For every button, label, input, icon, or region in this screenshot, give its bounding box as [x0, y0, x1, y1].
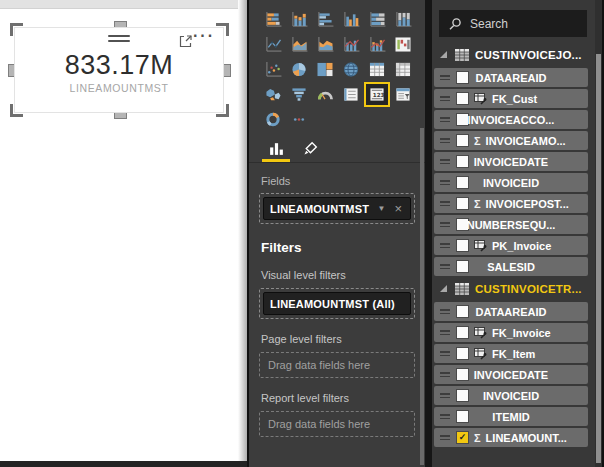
viz-icon-line-and-clustered-column-chart[interactable]: [338, 32, 364, 57]
field-name: DATAAREAID: [434, 306, 588, 318]
field-name: LINEAMOUNT...: [486, 432, 567, 444]
collapse-arrow-icon[interactable]: [440, 51, 447, 58]
viz-icon-scatter-chart[interactable]: [260, 57, 286, 82]
pane-tabs: [249, 135, 425, 163]
chevron-down-icon[interactable]: ▼: [377, 204, 385, 213]
sum-icon: Σ: [474, 198, 481, 210]
remove-field-icon[interactable]: ×: [394, 202, 402, 215]
scrollbar-thumb[interactable]: [420, 128, 424, 465]
filter-chip-body[interactable]: LINEAMOUNTMST (All): [263, 292, 411, 315]
foreign-key-icon: [474, 347, 487, 360]
field-name: INVOICEACCO...: [434, 114, 588, 126]
drag-handle-icon: [440, 136, 450, 145]
field-row[interactable]: INVOICEDATE: [434, 152, 588, 171]
field-pill[interactable]: LINEAMOUNTMST ▼ ×: [263, 197, 411, 220]
field-checkbox[interactable]: ✓: [456, 431, 469, 444]
filter-chip[interactable]: LINEAMOUNTMST (All): [259, 288, 415, 319]
tab-format[interactable]: [293, 135, 327, 162]
field-name: FK_Invoice: [492, 327, 551, 339]
field-row[interactable]: INVOICEDATE: [434, 365, 588, 384]
card-label: LINEAMOUNTMST: [15, 82, 223, 94]
search-box[interactable]: Search: [439, 10, 587, 37]
field-name: ITEMID: [434, 411, 588, 423]
field-row[interactable]: ΣINVOICEPOST...: [434, 194, 588, 213]
viz-icon-line-chart[interactable]: [260, 32, 286, 57]
field-row[interactable]: SALESID: [434, 257, 588, 276]
table-name: CUSTINVOICEJO...: [475, 49, 582, 61]
tab-fields[interactable]: [259, 135, 293, 162]
search-icon: [448, 17, 462, 31]
viz-icon-pie-chart[interactable]: [286, 57, 312, 82]
table-header[interactable]: CUSTINVOICETR...: [438, 279, 604, 299]
viz-icon-more-visuals[interactable]: [286, 107, 312, 132]
field-row[interactable]: INVOICEID: [434, 173, 588, 192]
field-name: PK_Invoice: [492, 240, 551, 252]
scrollbar-thumb[interactable]: [596, 54, 601, 463]
field-row[interactable]: DATAAREAID: [434, 302, 588, 321]
filter-dropzone[interactable]: Drag data fields here: [259, 352, 415, 378]
field-name: DATAAREAID: [434, 72, 588, 84]
viz-icon-waterfall-chart[interactable]: [390, 32, 416, 57]
viz-icon-matrix[interactable]: [390, 57, 416, 82]
active-tab-underline: [262, 159, 290, 162]
field-row[interactable]: INVOICEID: [434, 386, 588, 405]
viz-icon-multi-row-card[interactable]: [338, 82, 364, 107]
report-canvas[interactable]: ··· 833.17M LINEAMOUNTMST: [0, 0, 247, 467]
field-checkbox[interactable]: [456, 326, 469, 339]
field-row[interactable]: FK_Cust: [434, 89, 588, 108]
powerbi-window: ··· 833.17M LINEAMOUNTMST 123 Fields LI: [0, 0, 604, 467]
field-row[interactable]: FK_Item: [434, 344, 588, 363]
viz-icon-stacked-column-chart[interactable]: [286, 7, 312, 32]
field-checkbox[interactable]: [456, 92, 469, 105]
viz-icon-hundred-percent-stacked-bar-chart[interactable]: [364, 7, 390, 32]
field-checkbox[interactable]: [456, 239, 469, 252]
field-checkbox[interactable]: [456, 134, 469, 147]
field-row[interactable]: NUMBERSEQU...: [434, 215, 588, 234]
viz-icon-slicer[interactable]: [390, 82, 416, 107]
viz-icon-table[interactable]: [364, 57, 390, 82]
canvas-top-strip: [0, 0, 247, 9]
viz-icon-stacked-area-chart[interactable]: [312, 32, 338, 57]
viz-icon-filled-map[interactable]: [338, 57, 364, 82]
collapse-arrow-icon[interactable]: [440, 285, 447, 292]
filter-group-label: Report level filters: [261, 392, 425, 404]
field-row[interactable]: ✓ΣLINEAMOUNT...: [434, 428, 588, 447]
viz-icon-shape-map[interactable]: [260, 82, 286, 107]
more-options-icon[interactable]: ···: [193, 27, 215, 45]
viz-icon-gauge[interactable]: [312, 82, 338, 107]
field-checkbox[interactable]: [456, 197, 469, 210]
card-visual-selection[interactable]: ··· 833.17M LINEAMOUNTMST: [10, 23, 229, 117]
field-name: NUMBERSEQU...: [434, 219, 588, 231]
viz-icon-hundred-percent-stacked-column-chart[interactable]: [390, 7, 416, 32]
field-row[interactable]: FK_Invoice: [434, 323, 588, 342]
field-checkbox[interactable]: [456, 347, 469, 360]
focus-mode-icon[interactable]: [179, 34, 192, 47]
viz-icon-area-chart[interactable]: [286, 32, 312, 57]
table-header[interactable]: CUSTINVOICEJO...: [438, 45, 604, 65]
resize-handle-right-icon[interactable]: [223, 64, 231, 77]
fields-bucket[interactable]: LINEAMOUNTMST ▼ ×: [259, 193, 415, 224]
viz-icon-line-and-stacked-column-chart[interactable]: [364, 32, 390, 57]
canvas-bottom-strip: [0, 461, 247, 467]
fields-pane-scrollbar[interactable]: [595, 0, 602, 467]
viz-icon-donut-chart[interactable]: [260, 107, 286, 132]
sum-icon: Σ: [474, 432, 481, 444]
field-row[interactable]: INVOICEACCO...: [434, 110, 588, 129]
field-row[interactable]: PK_Invoice: [434, 236, 588, 255]
field-row[interactable]: ITEMID: [434, 407, 588, 426]
viz-icon-card[interactable]: 123: [364, 82, 390, 107]
viz-icon-treemap[interactable]: [312, 57, 338, 82]
viz-icon-clustered-column-chart[interactable]: [338, 7, 364, 32]
viz-icon-funnel-chart[interactable]: [286, 82, 312, 107]
canvas-shadow: [238, 0, 247, 467]
card-visual[interactable]: ··· 833.17M LINEAMOUNTMST: [15, 28, 223, 112]
field-row[interactable]: ΣINVOICEAMO...: [434, 131, 588, 150]
filter-dropzone[interactable]: Drag data fields here: [259, 411, 415, 437]
viz-icon-stacked-bar-chart[interactable]: [260, 7, 286, 32]
filter-groups: Visual level filtersLINEAMOUNTMST (All)P…: [249, 269, 425, 437]
viz-icon-clustered-bar-chart[interactable]: [312, 7, 338, 32]
resize-handle-bottom-icon[interactable]: [114, 111, 127, 119]
field-row[interactable]: DATAAREAID: [434, 68, 588, 87]
drag-grip-icon[interactable]: [108, 35, 130, 45]
fields-bucket-label: Fields: [261, 175, 425, 187]
